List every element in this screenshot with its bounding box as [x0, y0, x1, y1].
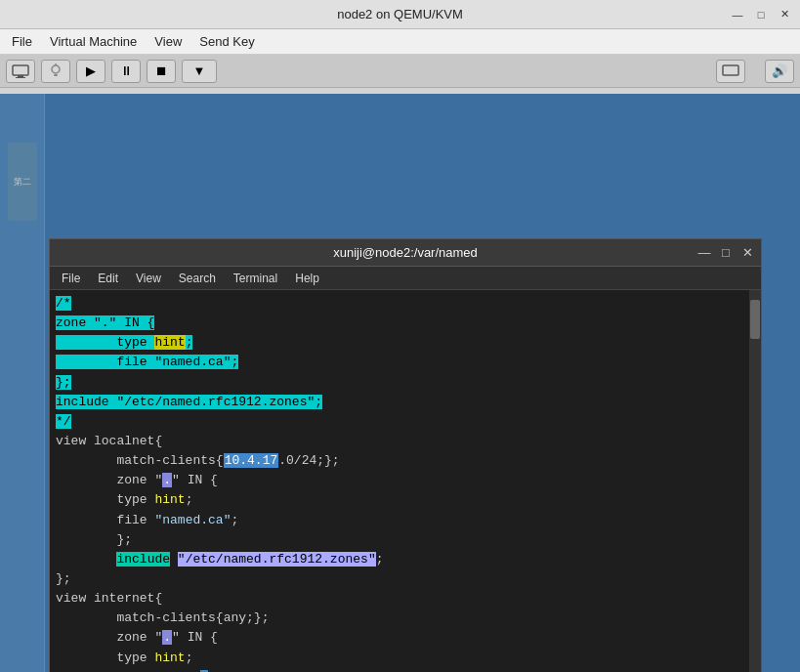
- os-title-bar: node2 on QEMU/KVM — □ ✕: [0, 0, 800, 29]
- maximize-btn[interactable]: □: [753, 9, 769, 21]
- svg-rect-1: [18, 75, 23, 77]
- svg-point-3: [52, 65, 60, 73]
- os-title-controls: — □ ✕: [730, 8, 792, 21]
- terminal-body: /* zone "." IN { type hint; file "named.…: [50, 290, 761, 672]
- toolbar-monitor-btn[interactable]: [6, 60, 35, 83]
- terminal-menu-help[interactable]: Help: [287, 271, 327, 286]
- toolbar: ▶ ⏸ ⏹ ▼ 🔊: [0, 55, 800, 88]
- menu-view[interactable]: View: [147, 32, 189, 51]
- menu-file[interactable]: File: [4, 32, 40, 51]
- menu-send-key[interactable]: Send Key: [191, 32, 262, 51]
- scrollbar[interactable]: [749, 290, 761, 672]
- terminal-menu-edit[interactable]: Edit: [90, 271, 126, 286]
- code-line-15: };: [56, 569, 755, 589]
- code-line-9: match-clients{10.4.17.0/24;};: [56, 451, 755, 471]
- toolbar-stop-btn[interactable]: ⏹: [147, 60, 176, 83]
- terminal-content[interactable]: /* zone "." IN { type hint; file "named.…: [50, 290, 761, 672]
- terminal-title-text: xuniji@node2:/var/named: [333, 245, 478, 260]
- minimize-btn[interactable]: —: [730, 9, 745, 21]
- terminal-minimize-btn[interactable]: —: [696, 245, 712, 260]
- code-line-10: zone "." IN {: [56, 471, 755, 490]
- top-menu-bar: File Virtual Machine View Send Key: [0, 29, 800, 55]
- side-panel: 第二: [0, 94, 45, 672]
- toolbar-dropdown-btn[interactable]: ▼: [182, 60, 217, 83]
- toolbar-screen-btn[interactable]: [716, 60, 745, 83]
- svg-rect-0: [13, 65, 28, 75]
- code-line-8: view localnet{: [56, 432, 755, 451]
- scrollbar-thumb[interactable]: [750, 300, 760, 339]
- terminal-maximize-btn[interactable]: □: [718, 245, 734, 260]
- code-line-7: */: [56, 412, 755, 432]
- code-line-6: include "/etc/named.rfc1912.zones";: [56, 393, 755, 412]
- code-line-18: zone "." IN {: [56, 628, 755, 648]
- code-line-12: file "named.ca";: [56, 511, 755, 530]
- terminal-menu-bar: File Edit View Search Terminal Help: [50, 267, 761, 290]
- svg-rect-6: [723, 65, 738, 75]
- terminal-window: xuniji@node2:/var/named — □ ✕ File Edit …: [49, 238, 762, 672]
- code-line-13: };: [56, 530, 755, 550]
- code-line-5: };: [56, 373, 755, 393]
- code-line-17: match-clients{any;};: [56, 609, 755, 628]
- code-line-11: type hint;: [56, 490, 755, 510]
- svg-rect-4: [54, 74, 58, 76]
- side-tab[interactable]: 第二: [8, 143, 37, 221]
- terminal-title-bar: xuniji@node2:/var/named — □ ✕: [50, 239, 761, 267]
- terminal-menu-terminal[interactable]: Terminal: [226, 271, 285, 286]
- code-line-2: zone "." IN {: [56, 314, 755, 333]
- menu-virtual-machine[interactable]: Virtual Machine: [42, 32, 145, 51]
- code-line-4: file "named.ca";: [56, 353, 755, 372]
- os-title-text: node2 on QEMU/KVM: [337, 7, 463, 21]
- vm-window: node2 on QEMU/KVM — □ ✕ File Virtual Mac…: [0, 0, 800, 672]
- toolbar-bulb-btn[interactable]: [41, 60, 70, 83]
- terminal-menu-file[interactable]: File: [54, 271, 88, 286]
- terminal-menu-view[interactable]: View: [128, 271, 169, 286]
- toolbar-pause-btn[interactable]: ⏸: [111, 60, 141, 83]
- code-line-3: type hint;: [56, 333, 755, 353]
- code-line-19: type hint;: [56, 649, 755, 668]
- toolbar-sound-btn[interactable]: 🔊: [765, 60, 794, 83]
- desktop-area: 第二 xuniji@node2:/var/named — □ ✕ File Ed…: [0, 94, 800, 672]
- terminal-title-controls: — □ ✕: [696, 245, 755, 260]
- code-line-16: view internet{: [56, 589, 755, 609]
- toolbar-play-btn[interactable]: ▶: [76, 60, 105, 83]
- code-line-1: /*: [56, 294, 755, 314]
- terminal-close-btn[interactable]: ✕: [739, 245, 755, 260]
- code-line-14: include "/etc/named.rfc1912.zones";: [56, 550, 755, 569]
- close-btn[interactable]: ✕: [777, 8, 792, 21]
- svg-rect-2: [16, 77, 25, 78]
- terminal-menu-search[interactable]: Search: [171, 271, 224, 286]
- code-line-20: file "namedd.ca";: [56, 668, 755, 672]
